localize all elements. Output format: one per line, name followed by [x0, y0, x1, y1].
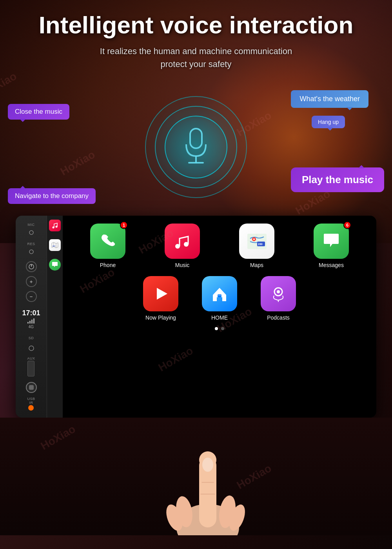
header: Intelligent voice interaction It realize… [0, 0, 392, 75]
bubble-hangup: Hang up [312, 116, 345, 128]
usb-ir-slot: USB IR [27, 397, 35, 411]
home-button[interactable] [26, 382, 37, 393]
home-label: HOME [211, 314, 228, 321]
volume-up-button[interactable]: + [26, 276, 37, 287]
svg-rect-0 [190, 129, 202, 148]
aux-connector [27, 361, 34, 376]
app-phone[interactable]: 1 Phone [74, 224, 141, 268]
svg-rect-8 [29, 385, 34, 390]
phone-badge: 1 [120, 221, 128, 229]
subtitle: It realizes the human and machine commun… [8, 45, 384, 71]
signal-bars [22, 318, 40, 324]
power-button[interactable] [26, 261, 37, 272]
music-icon[interactable] [165, 224, 200, 259]
messages-icon[interactable]: 6 [314, 224, 349, 259]
bubble-play-music: Play the music [291, 167, 384, 192]
home-icon[interactable] [202, 276, 237, 311]
time-display: 17:01 [22, 309, 40, 317]
res-indicator [26, 246, 37, 257]
maps-label: Maps [250, 262, 263, 268]
svg-marker-20 [157, 288, 167, 300]
app-now-playing[interactable]: Now Playing [143, 276, 178, 321]
res-label: RES [27, 242, 35, 246]
mic-icon [180, 127, 212, 167]
hand-icon [149, 418, 267, 535]
hand-area [0, 418, 392, 535]
sidebar-controls: MIC RES [16, 220, 47, 414]
phone-label: Phone [100, 262, 116, 268]
mic-control: MIC [26, 223, 37, 238]
maps-icon[interactable]: 280 [239, 224, 274, 259]
svg-text:280: 280 [258, 243, 263, 245]
svg-point-10 [56, 226, 58, 228]
res-control: RES [26, 242, 37, 257]
music-label: Music [175, 262, 190, 268]
svg-point-13 [175, 244, 180, 249]
podcasts-label: Podcasts [267, 314, 290, 321]
car-unit-wrapper: MIC RES [0, 216, 392, 418]
sd-slot: SD [29, 336, 34, 340]
app-shortcuts: 280 [47, 216, 63, 418]
svg-point-19 [253, 238, 255, 240]
mic-circles [145, 96, 247, 198]
app-podcasts[interactable]: Podcasts [261, 276, 296, 321]
usb-ir-label: USB IR [27, 397, 35, 405]
screen-area: 1 Phone Music [63, 216, 376, 418]
bubble-close-music: Close the music [8, 104, 69, 120]
car-unit: MIC RES [16, 216, 376, 418]
aux-slot: AUX [27, 356, 35, 376]
music-shortcut[interactable] [49, 220, 61, 231]
page-dot-2 [221, 327, 224, 330]
messages-shortcut[interactable] [49, 259, 61, 271]
svg-point-4 [29, 250, 33, 254]
app-music[interactable]: Music [149, 224, 216, 268]
svg-point-3 [29, 231, 33, 235]
app-maps[interactable]: 280 Maps [223, 224, 290, 268]
svg-rect-22 [217, 292, 222, 296]
voice-area: Close the music Navigate to the company … [0, 78, 392, 216]
svg-point-35 [202, 458, 213, 472]
messages-badge: 6 [343, 221, 351, 229]
sd-indicator [29, 345, 34, 353]
maps-shortcut[interactable]: 280 [49, 239, 61, 251]
podcasts-icon[interactable] [261, 276, 296, 311]
aux-label: AUX [27, 356, 35, 360]
bubble-weather: What's the weather [291, 90, 368, 108]
now-playing-icon[interactable] [143, 276, 178, 311]
page-dots [74, 327, 365, 330]
sd-label: SD [29, 336, 34, 340]
mic-indicator [26, 227, 37, 238]
svg-text:280: 280 [53, 245, 55, 247]
svg-point-14 [184, 242, 189, 247]
app-grid-row1: 1 Phone Music [74, 224, 365, 268]
left-panel: MIC RES [16, 216, 47, 418]
svg-point-7 [29, 346, 34, 351]
time-block: 17:01 4G [22, 309, 40, 329]
bubble-navigate: Navigate to the company [8, 188, 96, 204]
main-title: Intelligent voice interaction [8, 12, 384, 38]
mic-label: MIC [28, 223, 35, 227]
svg-point-24 [277, 290, 280, 293]
messages-label: Messages [319, 262, 344, 268]
phone-icon[interactable]: 1 [90, 224, 125, 259]
volume-down-button[interactable]: − [26, 291, 37, 302]
now-playing-label: Now Playing [145, 314, 176, 321]
app-messages[interactable]: 6 Messages [298, 224, 365, 268]
network-label: 4G [22, 325, 40, 329]
page-dot-1 [215, 327, 218, 330]
ir-indicator [28, 405, 34, 411]
app-grid-row2: Now Playing HOME [74, 276, 365, 321]
app-home[interactable]: HOME [202, 276, 237, 321]
svg-point-9 [53, 227, 54, 229]
